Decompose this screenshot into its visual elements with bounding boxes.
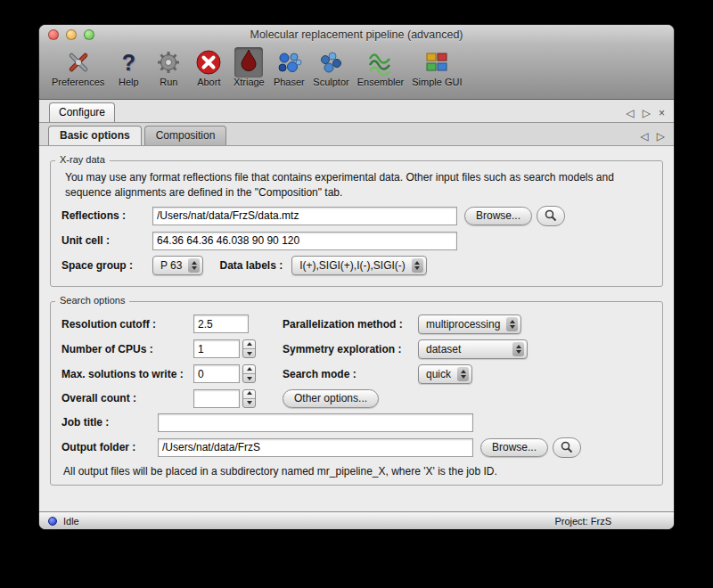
data-labels-dropdown[interactable]: I(+),SIGI(+),I(-),SIGI(-) bbox=[291, 256, 427, 275]
toolbar-label: Simple GUI bbox=[412, 77, 462, 87]
toolbar-item-sculptor[interactable]: Sculptor bbox=[313, 47, 348, 87]
data-labels-label: Data labels : bbox=[219, 259, 283, 272]
toolbar-label: Phaser bbox=[274, 77, 305, 87]
reflections-browse-button[interactable]: Browse... bbox=[464, 207, 532, 225]
magnifier-icon bbox=[561, 441, 573, 453]
toolbar-item-preferences[interactable]: Preferences bbox=[52, 47, 104, 87]
tab-basic-options[interactable]: Basic options bbox=[48, 126, 142, 145]
nav-forward-icon[interactable]: ▷ bbox=[643, 108, 651, 118]
toolbar-item-phaser[interactable]: Phaser bbox=[273, 47, 305, 87]
nav-forward-icon[interactable]: ▷ bbox=[657, 131, 665, 142]
toolbar-item-abort[interactable]: Abort bbox=[193, 47, 225, 87]
unit-cell-input[interactable] bbox=[152, 232, 457, 250]
cpus-stepper[interactable] bbox=[242, 339, 256, 358]
overall-count-stepper[interactable] bbox=[242, 389, 256, 408]
tab-composition[interactable]: Composition bbox=[144, 126, 227, 145]
space-group-row: Space group : P 63 Data labels : I(+),SI… bbox=[61, 256, 652, 275]
job-title-label: Job title : bbox=[61, 416, 158, 429]
dropdown-arrows-icon bbox=[188, 258, 200, 273]
unit-cell-label: Unit cell : bbox=[61, 234, 152, 247]
symmetry-dropdown[interactable]: dataset bbox=[418, 339, 528, 359]
dropdown-arrows-icon bbox=[512, 342, 524, 356]
max-solutions-stepper[interactable] bbox=[242, 364, 256, 383]
job-title-row: Job title : bbox=[61, 413, 652, 432]
parallelization-dropdown[interactable]: multiprocessing bbox=[418, 314, 521, 334]
window-title: Molecular replacement pipeline (advanced… bbox=[39, 25, 674, 45]
toolbar-item-ensembler[interactable]: Ensembler bbox=[357, 47, 405, 87]
toolbar-item-simple-gui[interactable]: Simple GUI bbox=[412, 47, 462, 87]
reflections-row: Reflections : Browse... bbox=[61, 206, 652, 226]
toolbar-item-run[interactable]: Run bbox=[152, 47, 184, 87]
preferences-icon bbox=[62, 47, 94, 77]
basic-options-panel: X-ray data You may use any format reflec… bbox=[39, 146, 674, 511]
space-group-value: P 63 bbox=[160, 259, 182, 272]
close-button[interactable] bbox=[48, 29, 59, 40]
reflections-input[interactable] bbox=[152, 207, 457, 225]
simple-gui-icon bbox=[421, 47, 453, 77]
app-window: Molecular replacement pipeline (advanced… bbox=[39, 25, 674, 529]
parallelization-value: multiprocessing bbox=[426, 318, 500, 331]
output-folder-row: Output folder : Browse... bbox=[61, 437, 652, 458]
nav-back-icon[interactable]: ◁ bbox=[627, 108, 635, 118]
overall-count-row: Overall count : Other options... bbox=[61, 389, 652, 408]
toolbar-label: Sculptor bbox=[313, 77, 348, 87]
toolbar-item-xtriage[interactable]: Xtriage bbox=[233, 47, 265, 87]
dropdown-arrows-icon bbox=[506, 317, 518, 331]
help-icon: ? bbox=[112, 47, 144, 77]
output-folder-view-button[interactable] bbox=[553, 437, 581, 458]
unit-cell-row: Unit cell : bbox=[61, 232, 652, 250]
overall-count-label: Overall count : bbox=[61, 392, 193, 404]
job-title-input[interactable] bbox=[158, 413, 473, 432]
sculptor-icon bbox=[315, 47, 347, 77]
output-folder-browse-button[interactable]: Browse... bbox=[480, 438, 548, 457]
max-solutions-label: Max. solutions to write : bbox=[61, 368, 193, 380]
output-folder-input[interactable] bbox=[158, 438, 473, 457]
minimize-button[interactable] bbox=[66, 29, 77, 40]
reflections-view-button[interactable] bbox=[537, 206, 565, 226]
toolbar-label: Ensembler bbox=[357, 77, 405, 87]
nav-close-icon[interactable]: × bbox=[659, 108, 665, 118]
cpus-label: Number of CPUs : bbox=[61, 343, 193, 355]
resolution-row: Resolution cutoff : Parallelization meth… bbox=[61, 314, 652, 334]
output-folder-label: Output folder : bbox=[61, 441, 158, 453]
magnifier-icon bbox=[545, 209, 557, 222]
xray-data-group: X-ray data You may use any format reflec… bbox=[50, 160, 663, 287]
other-options-button[interactable]: Other options... bbox=[283, 389, 379, 408]
status-indicator-icon bbox=[48, 517, 57, 526]
abort-icon bbox=[193, 47, 225, 77]
search-mode-dropdown[interactable]: quick bbox=[418, 364, 472, 384]
nav-back-icon[interactable]: ◁ bbox=[641, 131, 649, 142]
tab-configure[interactable]: Configure bbox=[49, 102, 115, 122]
group-title: Search options bbox=[55, 295, 129, 306]
parallelization-label: Parallelization method : bbox=[283, 318, 418, 331]
ensembler-icon bbox=[365, 47, 397, 77]
project-label: Project: FrzS bbox=[554, 516, 611, 527]
output-note: All output files will be placed in a sub… bbox=[63, 465, 650, 478]
max-solutions-row: Max. solutions to write : Search mode : … bbox=[61, 364, 652, 384]
toolbar-label: Run bbox=[160, 77, 177, 87]
xray-description: You may use any format reflections file … bbox=[65, 170, 643, 200]
max-solutions-input[interactable] bbox=[193, 364, 240, 383]
space-group-label: Space group : bbox=[61, 259, 152, 272]
data-labels-value: I(+),SIGI(+),I(-),SIGI(-) bbox=[299, 259, 406, 272]
titlebar: Molecular replacement pipeline (advanced… bbox=[39, 25, 674, 45]
cpus-input[interactable] bbox=[193, 339, 240, 358]
configure-row: Configure ◁ ▷ × bbox=[39, 100, 674, 123]
status-text: Idle bbox=[63, 516, 79, 527]
notebook-tabs: Basic options Composition ◁ ▷ bbox=[39, 123, 674, 146]
overall-count-input[interactable] bbox=[193, 389, 240, 408]
toolbar-label: Preferences bbox=[52, 77, 104, 87]
group-title: X-ray data bbox=[55, 154, 110, 165]
toolbar-label: Xtriage bbox=[234, 77, 265, 87]
toolbar-item-help[interactable]: ? Help bbox=[112, 47, 144, 87]
search-options-group: Search options Resolution cutoff : Paral… bbox=[50, 301, 663, 486]
space-group-dropdown[interactable]: P 63 bbox=[152, 256, 203, 275]
toolbar-label: Abort bbox=[197, 77, 220, 87]
zoom-button[interactable] bbox=[84, 29, 94, 40]
symmetry-label: Symmetry exploration : bbox=[283, 343, 418, 355]
cpus-row: Number of CPUs : Symmetry exploration : … bbox=[61, 339, 652, 359]
search-mode-label: Search mode : bbox=[283, 368, 418, 380]
reflections-label: Reflections : bbox=[61, 209, 152, 222]
notebook-tab-nav: ◁ ▷ bbox=[641, 131, 665, 145]
resolution-cutoff-input[interactable] bbox=[193, 314, 249, 333]
